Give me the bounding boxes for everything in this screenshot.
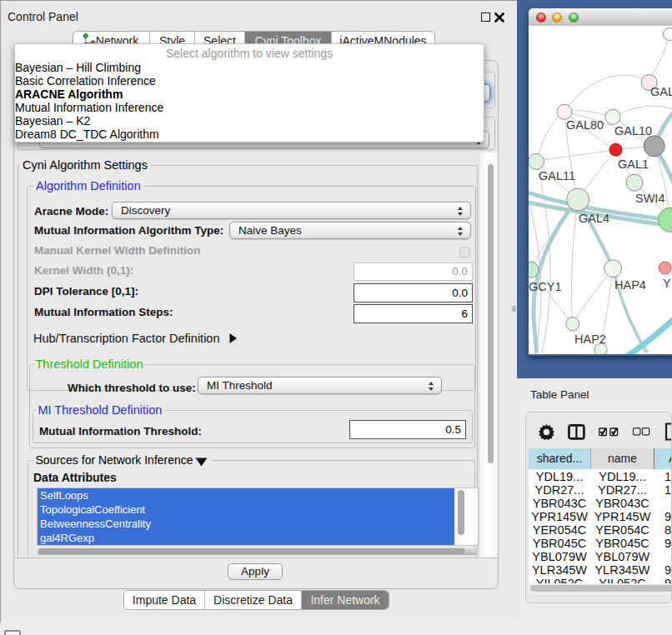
svg-text:SWI4: SWI4 [635,192,664,205]
svg-text:HAP4: HAP4 [614,278,646,292]
svg-text:GAL80: GAL80 [566,118,604,132]
svg-text:GAL1: GAL1 [618,158,649,171]
svg-text:GAL11: GAL11 [539,169,575,182]
svg-text:Y: Y [663,277,671,290]
svg-text:HAP2: HAP2 [574,332,606,346]
svg-text:GAL: GAL [650,85,672,98]
svg-text:GAL10: GAL10 [614,124,652,138]
svg-text:GAL4: GAL4 [579,212,609,225]
svg-text:GCY1: GCY1 [529,280,562,293]
